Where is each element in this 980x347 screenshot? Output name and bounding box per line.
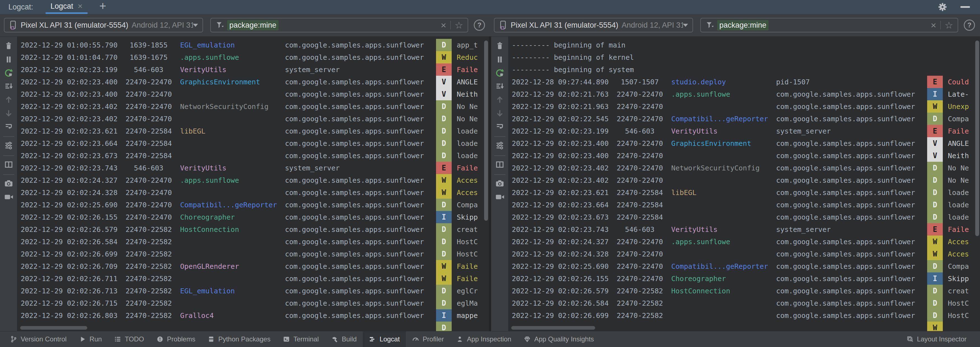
log-message[interactable]: creat <box>452 225 489 234</box>
log-message[interactable]: Acces <box>943 250 980 258</box>
log-row[interactable]: 2022-12-29 02:02:25.69022470-22470Compat… <box>18 199 489 211</box>
log-package[interactable]: com.google.samples.apps.sunflower <box>776 213 927 221</box>
log-row[interactable]: 2022-12-29 02:02:24.32722470-22470.apps.… <box>18 174 489 186</box>
log-tag[interactable]: .apps.sunflowe <box>180 53 285 62</box>
log-pid-tid[interactable]: 22470-22584 <box>126 127 172 135</box>
log-pid-tid[interactable]: 1639-1675 <box>126 53 172 62</box>
toolbar-separator[interactable] <box>3 155 14 156</box>
log-pid-tid[interactable]: 22470-22582 <box>126 312 172 320</box>
clear-logcat-button[interactable] <box>493 40 506 52</box>
statusbar-item-version-control[interactable]: Version Control <box>4 331 73 347</box>
statusbar-item-label[interactable]: Layout Inspector <box>917 335 967 343</box>
filter-query-value[interactable]: package:mine <box>227 20 278 30</box>
log-message[interactable]: loade <box>452 152 489 160</box>
statusbar-item-app-inspection[interactable]: App Inspection <box>450 331 517 347</box>
log-row[interactable]: 2022-12-29 02:02:23.40022470-22470Graphi… <box>18 76 489 88</box>
log-level-badge[interactable]: D <box>927 162 943 174</box>
log-package[interactable]: com.google.samples.apps.sunflower <box>776 115 927 123</box>
log-level-badge[interactable]: D <box>436 223 452 236</box>
log-tag[interactable]: studio.deploy <box>671 78 776 86</box>
log-pid-tid[interactable]: 22470-22470 <box>617 139 663 147</box>
log-message[interactable]: Compa <box>943 115 980 123</box>
log-timestamp[interactable]: 2022-12-29 02:02:26.579 <box>512 287 617 295</box>
log-message[interactable]: Skipp <box>943 275 980 283</box>
log-package[interactable]: com.google.samples.apps.sunflower <box>285 250 436 258</box>
log-timestamp[interactable]: 2022-12-29 02:02:24.328 <box>512 250 617 258</box>
log-level-badge[interactable]: D <box>927 186 943 199</box>
statusbar-item-problems[interactable]: Problems <box>150 331 201 347</box>
log-message[interactable]: Faile <box>943 225 980 234</box>
log-row[interactable]: 2022-12-29 02:02:23.62122470-22584libEGL… <box>18 125 489 137</box>
log-tag[interactable]: Choreographer <box>671 275 776 283</box>
log-level-badge[interactable]: I <box>436 309 452 322</box>
log-pid-tid[interactable]: 22470-22470 <box>126 78 172 86</box>
log-pid-tid[interactable]: 546-603 <box>126 66 172 74</box>
log-level-badge[interactable]: D <box>436 149 452 162</box>
soft-wrap-button[interactable] <box>493 120 506 133</box>
log-level-badge[interactable]: D <box>927 285 943 297</box>
statusbar-item-terminal[interactable]: Terminal <box>277 331 325 347</box>
log-row[interactable]: 2022-12-29 02:02:26.71322470-22582EGL_em… <box>18 285 489 297</box>
log-row[interactable]: 2022-12-29 02:02:23.66422470-22584com.go… <box>509 199 980 211</box>
log-timestamp[interactable]: 2022-12-29 02:02:24.327 <box>21 176 126 184</box>
statusbar-item-label[interactable]: Profiler <box>423 335 444 343</box>
add-tab-button[interactable]: + <box>99 0 106 14</box>
log-pid-tid[interactable]: 22470-22584 <box>617 213 663 221</box>
log-tag[interactable]: VerityUtils <box>671 225 776 234</box>
log-message[interactable]: Compa <box>452 201 489 209</box>
log-level-badge[interactable]: I <box>927 88 943 100</box>
log-timestamp[interactable]: 2022-12-29 02:02:23.400 <box>21 90 126 98</box>
log-timestamp[interactable]: 2022-12-29 02:02:23.402 <box>512 164 617 172</box>
log-row[interactable]: 2022-12-29 02:02:24.32822470-22470com.go… <box>18 186 489 199</box>
log-row[interactable]: 2022-12-29 02:02:23.67322470-22584com.go… <box>18 149 489 162</box>
log-tag[interactable]: GraphicsEnvironment <box>180 78 285 86</box>
statusbar-item-label[interactable]: App Quality Insights <box>534 335 594 343</box>
next-occurrence-button[interactable] <box>2 107 15 119</box>
log-row[interactable]: 2022-12-29 02:02:26.58422470-22582com.go… <box>509 297 980 309</box>
log-pid-tid[interactable]: 1507-1507 <box>617 78 663 86</box>
python-packages-icon[interactable] <box>207 336 215 343</box>
favorite-filter-icon[interactable]: ☆ <box>455 21 463 30</box>
log-package[interactable]: com.google.samples.apps.sunflower <box>776 238 927 246</box>
phone-icon[interactable] <box>499 20 508 30</box>
log-level-badge[interactable]: V <box>436 88 452 100</box>
log-timestamp[interactable]: 2022-12-29 02:02:23.621 <box>21 127 126 135</box>
log-level-badge[interactable]: V <box>927 149 943 162</box>
log-tag[interactable]: .apps.sunflowe <box>671 90 776 98</box>
log-level-badge[interactable]: E <box>927 223 943 236</box>
close-tab-icon[interactable]: × <box>78 2 83 10</box>
log-timestamp[interactable]: 2022-12-28 09:27:44.890 <box>512 78 617 86</box>
log-message[interactable]: No Ne <box>943 164 980 172</box>
statusbar-item-label[interactable]: TODO <box>125 335 144 343</box>
log-message[interactable]: Skipp <box>452 213 489 221</box>
log-package[interactable]: com.google.samples.apps.sunflower <box>285 238 436 246</box>
log-tag[interactable]: libEGL <box>180 127 285 135</box>
log-row[interactable]: 2022-12-29 02:02:26.15522470-22470Choreo… <box>509 273 980 285</box>
log-timestamp[interactable]: 2022-12-29 02:02:25.690 <box>21 201 126 209</box>
log-timestamp[interactable]: 2022-12-29 02:02:26.711 <box>21 275 126 283</box>
previous-occurrence-button[interactable] <box>493 93 506 106</box>
log-timestamp[interactable]: 2022-12-29 02:02:23.402 <box>512 176 617 184</box>
restart-logcat-button[interactable] <box>493 67 506 79</box>
log-level-badge[interactable]: D <box>927 112 943 125</box>
log-package[interactable]: com.google.samples.apps.sunflower <box>285 275 436 283</box>
split-panels-button[interactable] <box>2 158 15 171</box>
log-row[interactable]: 2022-12-29 02:02:26.58422470-22582com.go… <box>18 236 489 248</box>
clear-logcat-icon[interactable] <box>495 41 504 51</box>
statusbar-item-label[interactable]: Build <box>342 335 356 343</box>
help-button[interactable]: ? <box>964 19 975 31</box>
log-message[interactable]: Neith <box>943 152 980 160</box>
log-package[interactable]: com.google.samples.apps.sunflower <box>776 176 927 184</box>
pane-toolbar[interactable]: Pixel XL API 31 (emulator-5554)Android 1… <box>0 14 490 36</box>
log-message[interactable]: eglMa <box>452 299 489 307</box>
log-package[interactable]: com.google.samples.apps.sunflower <box>285 262 436 271</box>
statusbar-item-label[interactable]: Version Control <box>21 335 67 343</box>
log-row[interactable]: 2022-12-29 01:00:55.7901639-1855EGL_emul… <box>18 39 489 51</box>
log-message[interactable]: Compa <box>943 262 980 271</box>
soft-wrap-icon[interactable] <box>495 122 504 131</box>
log-message[interactable]: Faile <box>452 66 489 74</box>
horizontal-scrollbar[interactable] <box>20 326 87 330</box>
statusbar-item-label[interactable]: Terminal <box>293 335 319 343</box>
log-level-badge[interactable]: E <box>436 162 452 174</box>
log-timestamp[interactable]: 2022-12-29 02:02:23.400 <box>512 152 617 160</box>
